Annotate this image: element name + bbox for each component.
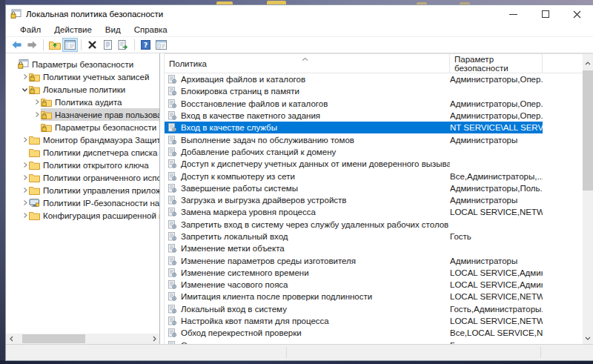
policy-cell: Изменение параметров среды изготовителя [165, 254, 450, 266]
collapse-chevron-icon[interactable] [21, 85, 29, 93]
menu-view[interactable]: Вид [99, 23, 127, 37]
policy-row[interactable]: Блокировка страниц в памяти [165, 85, 583, 97]
delete-icon[interactable] [85, 38, 100, 52]
export-list-icon[interactable] [116, 38, 131, 52]
expand-chevron-icon[interactable] [21, 211, 29, 219]
tree-item-body: Назначение прав пользователя [41, 108, 159, 121]
menu-help[interactable]: Справка [127, 23, 174, 37]
scrollbar-track[interactable] [16, 334, 149, 344]
toolbar: ? [6, 37, 593, 53]
forward-arrow-icon[interactable] [24, 38, 40, 52]
tree-item[interactable]: Назначение прав пользователя [6, 108, 159, 121]
tree-item[interactable]: Политики открытого ключа [6, 159, 159, 171]
properties-icon[interactable] [100, 38, 116, 52]
tree-item[interactable]: Политики ограниченного использо [6, 171, 159, 184]
new-window-icon[interactable] [153, 38, 169, 52]
tree-item[interactable]: Параметры безопасности [6, 58, 159, 70]
policy-row[interactable]: Запретить вход в систему через службу уд… [165, 219, 583, 231]
policy-row[interactable]: Загрузка и выгрузка драйверов устройствА… [165, 194, 583, 206]
tree-item-body: Политики управления приложения [29, 184, 159, 196]
policy-icon [168, 232, 177, 241]
tree-item[interactable]: Монитор брандмауэра Защитника ' [6, 133, 159, 146]
folder-icon [29, 185, 40, 195]
maximize-button[interactable] [529, 5, 561, 23]
policy-row[interactable]: Архивация файлов и каталоговАдминистрато… [165, 73, 583, 85]
expand-chevron-icon[interactable] [21, 73, 29, 81]
security-setting-value: Администраторы [450, 133, 543, 145]
policy-row[interactable]: Выполнение задач по обслуживанию томовАд… [165, 133, 583, 145]
policy-row[interactable]: Изменение метки объекта [165, 242, 583, 254]
computer-icon [29, 198, 40, 208]
policy-row[interactable]: Замена маркера уровня процессаLOCAL SERV… [165, 206, 583, 218]
tree-item[interactable]: Политики IP-безопасности на "Лока [6, 196, 159, 209]
show-console-tree-icon[interactable] [62, 38, 78, 52]
expand-chevron-icon[interactable] [33, 98, 41, 106]
policy-name: Локальный вход в систему [181, 305, 287, 314]
expand-chevron-icon[interactable] [21, 136, 29, 144]
policy-row[interactable]: Доступ к компьютеру из сетиВсе,Администр… [165, 170, 583, 182]
local-security-policy-window: Локальная политика безопасности Файл Дей… [5, 4, 593, 361]
tree-item[interactable]: Конфигурация расширенной полит [6, 209, 159, 222]
tree-item[interactable]: Локальные политики [6, 83, 159, 96]
minimize-button[interactable] [497, 5, 529, 23]
policy-row[interactable]: Изменение системного времениLOCAL SERVIC… [165, 267, 583, 279]
policy-row[interactable]: Настройка квот памяти для процессаLOCAL … [165, 315, 583, 327]
back-arrow-icon[interactable] [9, 38, 24, 52]
policy-row[interactable]: Завершение работы системыАдминистраторы,… [165, 182, 583, 194]
policy-icon [168, 136, 177, 145]
policy-cell: Восстановление файлов и каталогов [165, 98, 450, 110]
policy-name: Настройка квот памяти для процесса [181, 317, 329, 325]
policy-row[interactable]: Вход в качестве пакетного заданияАдминис… [165, 110, 583, 122]
statusbar-divider [286, 347, 287, 358]
scrollbar-thumb[interactable] [22, 334, 85, 343]
expand-chevron-icon[interactable] [21, 186, 29, 194]
column-header-security-setting[interactable]: Параметр безопасности [450, 54, 543, 73]
tree-item[interactable]: Политики диспетчера списка сетей [6, 146, 159, 159]
scrollbar-thumb[interactable] [583, 70, 593, 191]
security-setting-value: LOCAL SERVICE,NETWO... [450, 291, 543, 302]
tree-item[interactable]: Параметры безопасности [6, 121, 159, 133]
tree-item[interactable]: Политика аудита [6, 96, 159, 108]
expand-chevron-icon[interactable] [21, 199, 29, 207]
policy-row[interactable]: Имитация клиента после проверки подлинно… [165, 291, 583, 302]
tree-item-body: Политики диспетчера списка сетей [29, 146, 159, 159]
policy-icon [168, 292, 177, 301]
expand-chevron-icon[interactable] [33, 110, 41, 119]
policy-cell: Блокировка страниц в памяти [165, 85, 450, 97]
policy-row[interactable]: Локальный вход в системуГость,Администра… [165, 303, 583, 315]
tree-item[interactable]: Политики учетных записей [6, 70, 159, 83]
list-vertical-scrollbar[interactable] [583, 54, 593, 344]
policy-row[interactable]: Добавление рабочих станций к домену [165, 146, 583, 158]
policy-row[interactable]: Изменение параметров среды изготовителяА… [165, 254, 583, 266]
sort-ascending-icon [302, 54, 308, 63]
policy-name: Добавление рабочих станций к домену [181, 148, 336, 156]
tree-item[interactable]: Политики управления приложения [6, 184, 159, 196]
scroll-left-icon[interactable] [6, 334, 16, 344]
menu-action[interactable]: Действие [47, 23, 99, 37]
scroll-down-icon[interactable] [583, 333, 593, 343]
scroll-up-icon[interactable] [583, 58, 593, 68]
up-one-level-icon[interactable] [47, 38, 62, 52]
menu-file[interactable]: Файл [13, 23, 47, 37]
tree-item-body: Параметры безопасности [41, 121, 159, 133]
tree-item-label: Политики управления приложения [43, 186, 159, 195]
security-setting-value: Гость,Администраторы... [450, 303, 543, 315]
policy-name: Обход перекрестной проверки [181, 328, 302, 337]
app-console-lock-icon[interactable] [10, 9, 21, 19]
close-button[interactable] [561, 5, 593, 23]
policy-row[interactable]: Доступ к диспетчеру учетных данных от им… [165, 158, 583, 170]
policy-row[interactable]: Восстановление файлов и каталоговАдминис… [165, 98, 583, 110]
policy-name: Завершение работы системы [181, 184, 298, 193]
scroll-right-icon[interactable] [149, 334, 159, 344]
policy-row[interactable]: Запретить локальный входГость [165, 231, 583, 242]
policy-row[interactable]: Вход в качестве службыNT SERVICE\ALL SER… [165, 122, 583, 133]
column-header-policy[interactable]: Политика [165, 54, 450, 73]
expand-chevron-icon[interactable] [21, 173, 29, 182]
expand-chevron-icon[interactable] [21, 161, 29, 169]
help-icon[interactable]: ? [138, 38, 153, 52]
tree-item-body: Политики открытого ключа [29, 159, 151, 171]
security-setting-value: Администраторы,Опер... [450, 110, 543, 122]
tree-horizontal-scrollbar[interactable] [6, 334, 159, 344]
policy-row[interactable]: Обход перекрестной проверкиВсе,LOCAL SER… [165, 327, 583, 339]
policy-row[interactable]: Изменение часового поясаLOCAL SERVICE,Ад… [165, 279, 583, 291]
